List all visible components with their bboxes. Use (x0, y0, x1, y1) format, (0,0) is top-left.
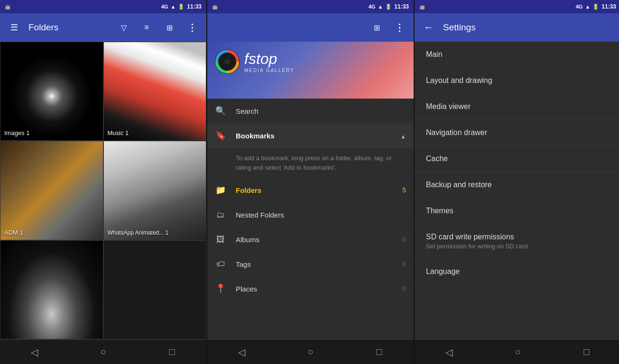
places-label: Places (236, 285, 393, 293)
filter-icon: ▽ (121, 23, 127, 32)
drawer-item-bookmarks[interactable]: 🔖 Bookmarks (207, 123, 414, 148)
albums-label: Albums (236, 236, 393, 244)
grid-view-button[interactable]: ⊞ (161, 19, 178, 36)
nested-folders-label: Nested Folders (236, 211, 406, 219)
recent-button-3[interactable]: □ (573, 343, 601, 362)
fstop-logo: fstop MEDIA GALLERY (215, 49, 295, 74)
folders-grid: Images 1 Music 1 ADM 1 WhatsApp Animated… (0, 42, 206, 339)
home-button-2[interactable]: ○ (296, 343, 325, 362)
sort-button[interactable]: ≡ (138, 19, 155, 36)
nav-bar-3: ◁ ○ □ (415, 339, 619, 364)
status-bar-1: 🤖 4G ▲ 🔋 11:33 (0, 0, 206, 13)
fstop-subtitle: MEDIA GALLERY (244, 68, 295, 73)
drawer-item-places[interactable]: 📍 Places 0 (207, 276, 414, 301)
cell-label-whatsapp: WhatsApp Animated... 1 (108, 229, 169, 236)
recent-button-1[interactable]: □ (158, 343, 186, 362)
settings-sd-sub: Set permission for writing on SD card (426, 243, 610, 250)
home-button-1[interactable]: ○ (89, 343, 118, 362)
recent-button-2[interactable]: □ (365, 343, 394, 362)
bookmarks-chevron-up-icon (400, 132, 406, 140)
battery-icon-2: 🔋 (385, 4, 392, 10)
settings-main-label: Main (426, 50, 610, 59)
settings-backup-label: Backup and restore (426, 181, 610, 189)
back-arrow-icon: ← (424, 21, 434, 34)
back-button-2[interactable]: ◁ (228, 343, 256, 362)
status-icons-right-2: 4G ▲ 🔋 11:33 (369, 3, 409, 10)
settings-item-language[interactable]: Language (415, 259, 619, 285)
bookmarks-label: Bookmarks (236, 132, 391, 140)
drawer-header: fstop MEDIA GALLERY (207, 42, 414, 99)
grid-cell-adm[interactable]: ADM 1 (0, 141, 103, 240)
settings-item-backup[interactable]: Backup and restore (415, 172, 619, 198)
grid-icon-2[interactable]: ⊞ (368, 19, 385, 36)
settings-item-media-viewer[interactable]: Media viewer (415, 94, 619, 120)
panel-settings: 🤖 4G ▲ 🔋 11:33 ← Settings Main Layout an… (415, 0, 619, 364)
panel-folders: 🤖 4G ▲ 🔋 11:33 Folders ▽ ≡ ⊞ ⋮ Images 1 (0, 0, 206, 364)
folders-label: Folders (236, 186, 393, 194)
settings-back-button[interactable]: ← (420, 19, 437, 36)
hamburger-menu-button[interactable] (6, 19, 23, 36)
settings-layout-label: Layout and drawing (426, 76, 610, 85)
tags-label: Tags (236, 260, 393, 268)
status-icons-right-3: 4G ▲ 🔋 11:33 (576, 3, 616, 10)
settings-themes-label: Themes (426, 207, 610, 215)
albums-icon: 🖼 (215, 234, 226, 245)
settings-media-label: Media viewer (426, 102, 610, 111)
signal-icon-2: ▲ (378, 4, 383, 9)
more-options-button-2[interactable]: ⋮ (391, 19, 408, 36)
battery-icon: 🔋 (178, 4, 185, 10)
nav-bar-2: ◁ ○ □ (207, 339, 414, 364)
grid-cell-music[interactable]: Music 1 (103, 42, 207, 141)
search-label: Search (236, 107, 406, 115)
settings-item-layout[interactable]: Layout and drawing (415, 68, 619, 94)
drawer-item-search[interactable]: 🔍 Search (207, 99, 414, 123)
network-type-3: 4G (576, 4, 583, 9)
settings-item-nav-drawer[interactable]: Navigation drawer (415, 120, 619, 146)
status-bar-2: 🤖 4G ▲ 🔋 11:33 (207, 0, 414, 13)
bookmark-hint-text: To add a bookmark, long press on a folde… (207, 148, 414, 178)
nested-folders-icon: 🗂 (215, 209, 226, 220)
home-button-3[interactable]: ○ (504, 343, 532, 362)
status-icons-right: 4G ▲ 🔋 11:33 (161, 3, 202, 10)
albums-count: 0 (402, 236, 406, 243)
network-type: 4G (161, 4, 168, 9)
drawer-list: 🔍 Search 🔖 Bookmarks To add a bookmark, … (207, 99, 414, 339)
android-icon: 🤖 (5, 4, 10, 9)
grid-cell-whatsapp[interactable]: WhatsApp Animated... 1 (103, 141, 207, 240)
settings-nav-drawer-label: Navigation drawer (426, 128, 610, 137)
more-options-button-1[interactable]: ⋮ (184, 19, 201, 36)
cell-label-adm: ADM 1 (4, 229, 23, 236)
drawer-item-folders[interactable]: 📁 Folders 5 (207, 178, 414, 202)
settings-title: Settings (443, 22, 476, 33)
settings-list: Main Layout and drawing Media viewer Nav… (415, 42, 619, 339)
places-count: 0 (402, 285, 406, 292)
settings-item-main[interactable]: Main (415, 42, 619, 68)
folders-icon: 📁 (215, 184, 226, 196)
android-icon-3: 🤖 (419, 4, 425, 9)
folders-count: 5 (402, 186, 406, 194)
back-button-1[interactable]: ◁ (20, 343, 49, 362)
drawer-item-nested-folders[interactable]: 🗂 Nested Folders (207, 202, 414, 227)
fstop-text-container: fstop MEDIA GALLERY (244, 50, 295, 73)
android-icon-2: 🤖 (212, 4, 218, 9)
grid-cell-images[interactable]: Images 1 (0, 42, 103, 141)
panel-nav-drawer: 🤖 4G ▲ 🔋 11:33 ⊞ ⋮ (207, 0, 414, 364)
status-icons-left-2: 🤖 (212, 4, 218, 9)
settings-item-sd-card[interactable]: SD card write permissions Set permission… (415, 224, 619, 259)
settings-item-cache[interactable]: Cache (415, 146, 619, 172)
app-bar-2: ⊞ ⋮ (207, 13, 414, 42)
more-icon-1: ⋮ (187, 22, 197, 33)
fstop-brand-name: fstop (244, 50, 295, 68)
grid-cell-empty (103, 240, 207, 339)
status-icons-left: 🤖 (5, 4, 10, 9)
status-icons-left-3: 🤖 (419, 4, 425, 9)
signal-icon-3: ▲ (585, 4, 590, 9)
grid-cell-dark[interactable] (0, 240, 103, 339)
filter-button[interactable]: ▽ (115, 19, 132, 36)
back-button-3[interactable]: ◁ (435, 343, 463, 362)
network-type-2: 4G (369, 4, 376, 9)
settings-language-label: Language (426, 267, 610, 276)
drawer-item-tags[interactable]: 🏷 Tags 0 (207, 252, 414, 276)
drawer-item-albums[interactable]: 🖼 Albums 0 (207, 227, 414, 252)
settings-item-themes[interactable]: Themes (415, 198, 619, 224)
